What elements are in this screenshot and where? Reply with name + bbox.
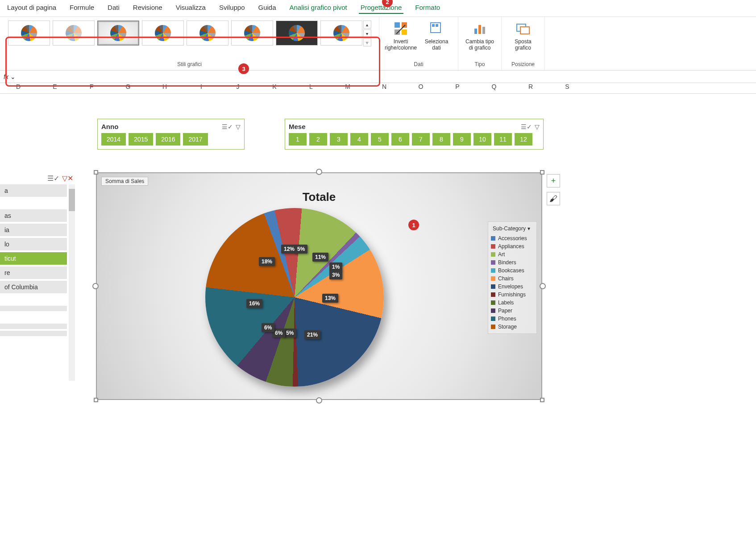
resize-handle[interactable] <box>92 283 99 289</box>
slicer-mese-9[interactable]: 9 <box>453 133 471 146</box>
slicer-anno-2016[interactable]: 2016 <box>156 133 180 146</box>
col-L[interactable]: L <box>293 83 329 93</box>
slicer-state-item[interactable]: of Columbia <box>0 281 67 293</box>
slicer-anno-2014[interactable]: 2014 <box>101 133 126 146</box>
tab-revisione[interactable]: Revisione <box>131 3 164 14</box>
slicer-mese-1[interactable]: 1 <box>289 133 307 146</box>
resize-handle[interactable] <box>316 397 322 404</box>
slicer-state-item[interactable] <box>0 331 67 336</box>
col-D[interactable]: D <box>0 83 37 93</box>
slicer-clear-icon[interactable]: ▽ <box>535 123 540 130</box>
col-Q[interactable]: Q <box>476 83 512 93</box>
slicer-state-item[interactable] <box>0 324 67 329</box>
col-M[interactable]: M <box>329 83 366 93</box>
sheet-grid[interactable]: Anno ☰✓ ▽ 2014 2015 2016 2017 Mese ☰✓ ▽ … <box>0 94 756 433</box>
fx-icon[interactable]: fx <box>4 73 8 80</box>
col-E[interactable]: E <box>37 83 73 93</box>
legend-item[interactable]: Chairs <box>491 275 534 283</box>
gallery-more-icon[interactable]: ▿ <box>363 38 371 46</box>
slicer-mese-7[interactable]: 7 <box>412 133 430 146</box>
slicer-multiselect-icon[interactable]: ☰✓ <box>47 174 59 183</box>
tab-progettazione[interactable]: Progettazione <box>359 3 404 14</box>
resize-handle[interactable] <box>94 170 98 175</box>
slicer-mese-12[interactable]: 12 <box>515 133 532 146</box>
col-I[interactable]: I <box>183 83 220 93</box>
tab-guida[interactable]: Guida <box>256 3 278 14</box>
slicer-mese-6[interactable]: 6 <box>391 133 409 146</box>
slicer-clear-icon[interactable]: ▽ <box>236 123 241 130</box>
slicer-anno-2015[interactable]: 2015 <box>129 133 153 146</box>
slicer-state-item[interactable]: re <box>0 266 67 279</box>
legend-item[interactable]: Envelopes <box>491 283 534 291</box>
resize-handle[interactable] <box>316 169 322 175</box>
formula-dropdown-icon[interactable]: ⌄ <box>10 73 16 80</box>
resize-handle[interactable] <box>540 283 546 289</box>
gallery-up-icon[interactable]: ▴ <box>363 21 371 29</box>
tab-layout[interactable]: Layout di pagina <box>5 3 58 14</box>
col-N[interactable]: N <box>366 83 403 93</box>
btn-seleziona-dati[interactable]: Seleziona dati <box>419 19 454 53</box>
tab-formato[interactable]: Formato <box>413 3 442 14</box>
slicer-mese-11[interactable]: 11 <box>494 133 512 146</box>
slicer-scrollbar[interactable] <box>69 184 75 381</box>
col-H[interactable]: H <box>146 83 183 93</box>
tab-visualizza[interactable]: Visualizza <box>174 3 208 14</box>
legend-item[interactable]: Paper <box>491 307 534 315</box>
slicer-mese-5[interactable]: 5 <box>371 133 389 146</box>
legend-item[interactable]: Appliances <box>491 242 534 250</box>
tab-formule[interactable]: Formule <box>68 3 96 14</box>
slicer-state-item[interactable] <box>0 306 67 311</box>
slicer-state-item[interactable]: lo <box>0 238 67 250</box>
col-O[interactable]: O <box>403 83 439 93</box>
chart-style-1[interactable] <box>8 21 50 46</box>
chart-style-3[interactable] <box>97 21 139 46</box>
chart-styles-icon[interactable]: 🖌 <box>547 192 560 205</box>
btn-inverti-righe-colonne[interactable]: Inverti righe/colonne <box>383 19 419 53</box>
chart-style-8[interactable] <box>320 21 362 46</box>
legend-item[interactable]: Storage <box>491 323 534 331</box>
tab-dati[interactable]: Dati <box>106 3 121 14</box>
slicer-mese-4[interactable]: 4 <box>350 133 368 146</box>
slicer-mese-10[interactable]: 10 <box>474 133 491 146</box>
slicer-clear-icon[interactable]: ▽✕ <box>62 174 73 183</box>
pie-chart[interactable]: 12% 5% 11% 1% 3% 13% 21% 5% 6% 6% 16% 18… <box>205 208 384 387</box>
chart-legend[interactable]: Sub-Category▾ AccessoriesAppliancesArtBi… <box>488 221 537 334</box>
chart-field-button[interactable]: Somma di Sales <box>101 177 148 186</box>
legend-item[interactable]: Labels <box>491 299 534 307</box>
slicer-mese-8[interactable]: 8 <box>432 133 450 146</box>
chart-style-4[interactable] <box>142 21 184 46</box>
tab-sviluppo[interactable]: Sviluppo <box>217 3 247 14</box>
legend-field-button[interactable]: Sub-Category▾ <box>491 225 534 233</box>
slicer-state-item[interactable]: a <box>0 184 67 197</box>
col-P[interactable]: P <box>439 83 476 93</box>
col-R[interactable]: R <box>512 83 549 93</box>
slicer-state-item[interactable]: ia <box>0 224 67 236</box>
chart-style-7[interactable] <box>276 21 318 46</box>
legend-item[interactable]: Bookcases <box>491 266 534 275</box>
gallery-down-icon[interactable]: ▾ <box>363 29 371 37</box>
slicer-mese-3[interactable]: 3 <box>330 133 348 146</box>
legend-item[interactable]: Furnishings <box>491 291 534 299</box>
chart-style-6[interactable] <box>231 21 273 46</box>
col-K[interactable]: K <box>256 83 293 93</box>
slicer-mese-2[interactable]: 2 <box>309 133 327 146</box>
chart-title[interactable]: Totale <box>96 190 542 204</box>
col-J[interactable]: J <box>220 83 256 93</box>
col-G[interactable]: G <box>110 83 146 93</box>
slicer-multiselect-icon[interactable]: ☰✓ <box>521 123 532 130</box>
btn-sposta-grafico[interactable]: Sposta grafico <box>505 19 541 53</box>
resize-handle[interactable] <box>540 398 544 402</box>
slicer-anno-2017[interactable]: 2017 <box>183 133 208 146</box>
chart-style-5[interactable] <box>187 21 228 46</box>
btn-cambia-tipo-grafico[interactable]: Cambia tipo di grafico <box>462 19 498 53</box>
tab-analisi-pivot[interactable]: Analisi grafico pivot <box>288 3 349 14</box>
legend-item[interactable]: Art <box>491 250 534 258</box>
col-S[interactable]: S <box>549 83 586 93</box>
col-F[interactable]: F <box>73 83 110 93</box>
slicer-state-item-selected[interactable]: ticut <box>0 252 67 265</box>
chart-elements-icon[interactable]: + <box>547 174 560 187</box>
legend-item[interactable]: Accessories <box>491 234 534 242</box>
legend-item[interactable]: Phones <box>491 315 534 323</box>
formula-input[interactable] <box>19 73 752 80</box>
chart-style-2[interactable] <box>53 21 95 46</box>
